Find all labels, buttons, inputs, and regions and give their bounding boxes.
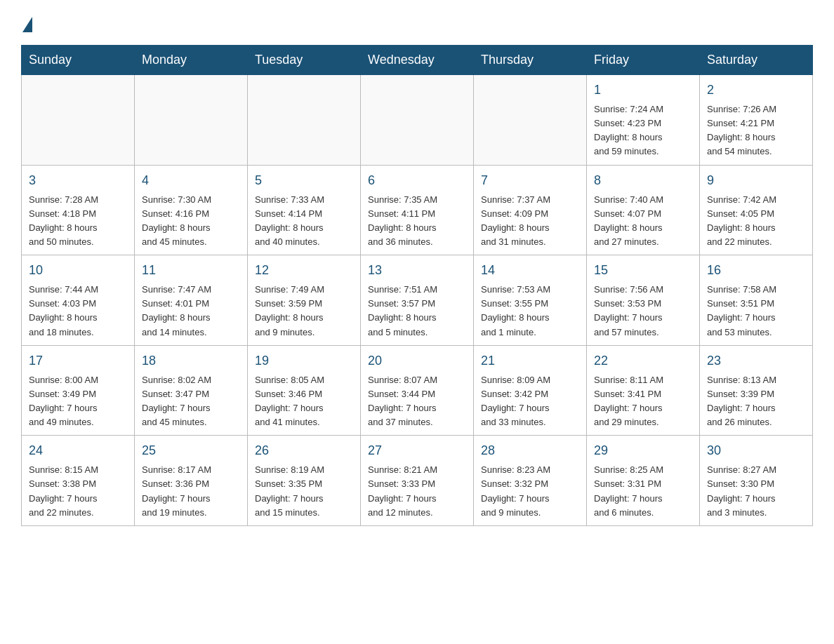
day-number: 29 bbox=[594, 441, 692, 460]
day-number: 10 bbox=[29, 261, 127, 280]
day-number: 26 bbox=[255, 441, 353, 460]
calendar-cell: 11Sunrise: 7:47 AMSunset: 4:01 PMDayligh… bbox=[135, 255, 248, 346]
calendar-cell: 7Sunrise: 7:37 AMSunset: 4:09 PMDaylight… bbox=[474, 165, 587, 255]
day-number: 4 bbox=[142, 171, 240, 190]
calendar-cell: 13Sunrise: 7:51 AMSunset: 3:57 PMDayligh… bbox=[361, 255, 474, 346]
day-info: Sunrise: 7:49 AMSunset: 3:59 PMDaylight:… bbox=[255, 283, 353, 340]
day-info: Sunrise: 7:37 AMSunset: 4:09 PMDaylight:… bbox=[481, 193, 579, 250]
calendar-cell: 24Sunrise: 8:15 AMSunset: 3:38 PMDayligh… bbox=[22, 436, 135, 526]
day-info: Sunrise: 7:47 AMSunset: 4:01 PMDaylight:… bbox=[142, 283, 240, 340]
day-info: Sunrise: 7:42 AMSunset: 4:05 PMDaylight:… bbox=[707, 193, 805, 250]
day-info: Sunrise: 8:23 AMSunset: 3:32 PMDaylight:… bbox=[481, 463, 579, 520]
calendar-cell: 23Sunrise: 8:13 AMSunset: 3:39 PMDayligh… bbox=[700, 345, 813, 436]
calendar-cell: 20Sunrise: 8:07 AMSunset: 3:44 PMDayligh… bbox=[361, 345, 474, 436]
day-number: 14 bbox=[481, 261, 579, 280]
day-number: 19 bbox=[255, 351, 353, 370]
calendar-cell: 10Sunrise: 7:44 AMSunset: 4:03 PMDayligh… bbox=[22, 255, 135, 346]
day-info: Sunrise: 8:17 AMSunset: 3:36 PMDaylight:… bbox=[142, 463, 240, 520]
day-number: 16 bbox=[707, 261, 805, 280]
day-info: Sunrise: 7:56 AMSunset: 3:53 PMDaylight:… bbox=[594, 283, 692, 340]
calendar-cell: 9Sunrise: 7:42 AMSunset: 4:05 PMDaylight… bbox=[700, 165, 813, 255]
calendar-cell bbox=[22, 75, 135, 166]
day-number: 6 bbox=[368, 171, 466, 190]
calendar-cell: 2Sunrise: 7:26 AMSunset: 4:21 PMDaylight… bbox=[700, 75, 813, 166]
calendar-cell bbox=[361, 75, 474, 166]
day-info: Sunrise: 7:51 AMSunset: 3:57 PMDaylight:… bbox=[368, 283, 466, 340]
calendar-cell: 12Sunrise: 7:49 AMSunset: 3:59 PMDayligh… bbox=[248, 255, 361, 346]
calendar-cell: 26Sunrise: 8:19 AMSunset: 3:35 PMDayligh… bbox=[248, 436, 361, 526]
calendar-cell: 18Sunrise: 8:02 AMSunset: 3:47 PMDayligh… bbox=[135, 345, 248, 436]
day-info: Sunrise: 8:00 AMSunset: 3:49 PMDaylight:… bbox=[29, 373, 127, 430]
day-info: Sunrise: 7:26 AMSunset: 4:21 PMDaylight:… bbox=[707, 102, 805, 159]
day-number: 20 bbox=[368, 351, 466, 370]
logo-triangle-icon bbox=[22, 17, 32, 32]
day-info: Sunrise: 7:33 AMSunset: 4:14 PMDaylight:… bbox=[255, 193, 353, 250]
day-info: Sunrise: 8:27 AMSunset: 3:30 PMDaylight:… bbox=[707, 463, 805, 520]
day-number: 18 bbox=[142, 351, 240, 370]
calendar-cell: 14Sunrise: 7:53 AMSunset: 3:55 PMDayligh… bbox=[474, 255, 587, 346]
day-number: 27 bbox=[368, 441, 466, 460]
day-number: 15 bbox=[594, 261, 692, 280]
calendar-header-row: SundayMondayTuesdayWednesdayThursdayFrid… bbox=[22, 46, 813, 75]
logo bbox=[21, 14, 32, 32]
day-number: 7 bbox=[481, 171, 579, 190]
day-info: Sunrise: 8:11 AMSunset: 3:41 PMDaylight:… bbox=[594, 373, 692, 430]
calendar-cell: 1Sunrise: 7:24 AMSunset: 4:23 PMDaylight… bbox=[587, 75, 700, 166]
calendar-week-row: 10Sunrise: 7:44 AMSunset: 4:03 PMDayligh… bbox=[22, 255, 813, 346]
calendar-cell: 8Sunrise: 7:40 AMSunset: 4:07 PMDaylight… bbox=[587, 165, 700, 255]
day-number: 9 bbox=[707, 171, 805, 190]
weekday-header-thursday: Thursday bbox=[474, 46, 587, 75]
calendar-table: SundayMondayTuesdayWednesdayThursdayFrid… bbox=[21, 45, 813, 526]
day-info: Sunrise: 8:15 AMSunset: 3:38 PMDaylight:… bbox=[29, 463, 127, 520]
day-number: 17 bbox=[29, 351, 127, 370]
calendar-cell: 30Sunrise: 8:27 AMSunset: 3:30 PMDayligh… bbox=[700, 436, 813, 526]
calendar-cell: 25Sunrise: 8:17 AMSunset: 3:36 PMDayligh… bbox=[135, 436, 248, 526]
day-info: Sunrise: 7:24 AMSunset: 4:23 PMDaylight:… bbox=[594, 102, 692, 159]
calendar-cell: 27Sunrise: 8:21 AMSunset: 3:33 PMDayligh… bbox=[361, 436, 474, 526]
calendar-cell: 22Sunrise: 8:11 AMSunset: 3:41 PMDayligh… bbox=[587, 345, 700, 436]
weekday-header-monday: Monday bbox=[135, 46, 248, 75]
calendar-cell: 21Sunrise: 8:09 AMSunset: 3:42 PMDayligh… bbox=[474, 345, 587, 436]
day-number: 1 bbox=[594, 81, 692, 100]
calendar-cell: 29Sunrise: 8:25 AMSunset: 3:31 PMDayligh… bbox=[587, 436, 700, 526]
day-info: Sunrise: 8:07 AMSunset: 3:44 PMDaylight:… bbox=[368, 373, 466, 430]
header bbox=[21, 14, 813, 32]
calendar-week-row: 17Sunrise: 8:00 AMSunset: 3:49 PMDayligh… bbox=[22, 345, 813, 436]
calendar-cell: 19Sunrise: 8:05 AMSunset: 3:46 PMDayligh… bbox=[248, 345, 361, 436]
calendar-week-row: 3Sunrise: 7:28 AMSunset: 4:18 PMDaylight… bbox=[22, 165, 813, 255]
day-info: Sunrise: 7:30 AMSunset: 4:16 PMDaylight:… bbox=[142, 193, 240, 250]
day-info: Sunrise: 8:05 AMSunset: 3:46 PMDaylight:… bbox=[255, 373, 353, 430]
calendar-cell bbox=[474, 75, 587, 166]
day-info: Sunrise: 7:53 AMSunset: 3:55 PMDaylight:… bbox=[481, 283, 579, 340]
day-number: 13 bbox=[368, 261, 466, 280]
calendar-cell bbox=[135, 75, 248, 166]
calendar-cell bbox=[248, 75, 361, 166]
day-number: 11 bbox=[142, 261, 240, 280]
day-number: 30 bbox=[707, 441, 805, 460]
calendar-week-row: 1Sunrise: 7:24 AMSunset: 4:23 PMDaylight… bbox=[22, 75, 813, 166]
calendar-cell: 6Sunrise: 7:35 AMSunset: 4:11 PMDaylight… bbox=[361, 165, 474, 255]
calendar-cell: 3Sunrise: 7:28 AMSunset: 4:18 PMDaylight… bbox=[22, 165, 135, 255]
day-info: Sunrise: 8:25 AMSunset: 3:31 PMDaylight:… bbox=[594, 463, 692, 520]
weekday-header-friday: Friday bbox=[587, 46, 700, 75]
day-info: Sunrise: 8:19 AMSunset: 3:35 PMDaylight:… bbox=[255, 463, 353, 520]
day-number: 22 bbox=[594, 351, 692, 370]
day-number: 5 bbox=[255, 171, 353, 190]
weekday-header-wednesday: Wednesday bbox=[361, 46, 474, 75]
calendar-cell: 5Sunrise: 7:33 AMSunset: 4:14 PMDaylight… bbox=[248, 165, 361, 255]
calendar-cell: 17Sunrise: 8:00 AMSunset: 3:49 PMDayligh… bbox=[22, 345, 135, 436]
day-info: Sunrise: 7:35 AMSunset: 4:11 PMDaylight:… bbox=[368, 193, 466, 250]
day-number: 25 bbox=[142, 441, 240, 460]
calendar-cell: 4Sunrise: 7:30 AMSunset: 4:16 PMDaylight… bbox=[135, 165, 248, 255]
calendar-cell: 15Sunrise: 7:56 AMSunset: 3:53 PMDayligh… bbox=[587, 255, 700, 346]
calendar-cell: 28Sunrise: 8:23 AMSunset: 3:32 PMDayligh… bbox=[474, 436, 587, 526]
day-number: 12 bbox=[255, 261, 353, 280]
day-info: Sunrise: 8:13 AMSunset: 3:39 PMDaylight:… bbox=[707, 373, 805, 430]
weekday-header-saturday: Saturday bbox=[700, 46, 813, 75]
weekday-header-sunday: Sunday bbox=[22, 46, 135, 75]
day-info: Sunrise: 7:58 AMSunset: 3:51 PMDaylight:… bbox=[707, 283, 805, 340]
calendar-week-row: 24Sunrise: 8:15 AMSunset: 3:38 PMDayligh… bbox=[22, 436, 813, 526]
day-info: Sunrise: 7:40 AMSunset: 4:07 PMDaylight:… bbox=[594, 193, 692, 250]
weekday-header-tuesday: Tuesday bbox=[248, 46, 361, 75]
day-number: 21 bbox=[481, 351, 579, 370]
